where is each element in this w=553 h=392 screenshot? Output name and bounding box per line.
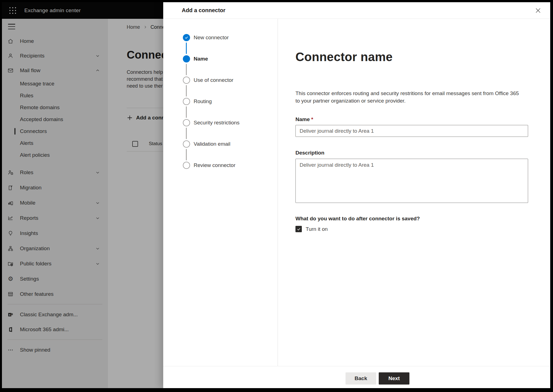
step-current-icon — [183, 55, 190, 62]
step-label: Use of connector — [194, 77, 233, 83]
add-connector-dialog: Add a connector New connector Name — [163, 2, 550, 388]
turn-it-on-label: Turn it on — [306, 226, 328, 232]
step-upcoming-icon — [183, 119, 190, 126]
step-upcoming-icon — [183, 140, 190, 148]
step-connector-line — [186, 149, 187, 160]
checked-checkbox-icon[interactable] — [295, 226, 302, 232]
step-label: Routing — [194, 98, 212, 104]
step-review-connector[interactable]: Review connector — [163, 162, 277, 169]
step-connector-line — [186, 64, 187, 75]
turn-it-on-checkbox-row[interactable]: Turn it on — [295, 226, 528, 232]
screen: Exchange admin center Home — [2, 2, 550, 388]
dialog-footer: Back Next — [163, 366, 550, 388]
name-field-label: Name* — [295, 116, 528, 122]
back-button[interactable]: Back — [346, 372, 376, 385]
step-connector-line — [186, 106, 187, 118]
step-label: Review connector — [194, 162, 235, 168]
step-label: Name — [194, 56, 208, 62]
step-upcoming-icon — [183, 77, 190, 84]
name-label-text: Name — [295, 116, 310, 122]
step-upcoming-icon — [183, 98, 190, 105]
step-label: Security restrictions — [194, 120, 240, 126]
step-routing[interactable]: Routing — [163, 98, 277, 105]
step-connector-line — [186, 128, 187, 139]
name-input[interactable] — [295, 125, 528, 137]
step-label: New connector — [194, 35, 229, 41]
dialog-title: Add a connector — [182, 7, 225, 14]
step-completed-icon — [183, 34, 190, 41]
after-save-question: What do you want to do after connector i… — [295, 216, 528, 222]
connector-description-text: This connector enforces routing and secu… — [295, 90, 528, 104]
wizard-stepper: New connector Name Use of connector Rout… — [163, 19, 278, 366]
next-button[interactable]: Next — [379, 372, 409, 385]
step-security-restrictions[interactable]: Security restrictions — [163, 119, 277, 126]
step-new-connector[interactable]: New connector — [163, 34, 277, 41]
close-icon[interactable] — [533, 6, 543, 15]
description-field-label: Description — [295, 150, 528, 156]
step-validation-email[interactable]: Validation email — [163, 140, 277, 148]
dialog-header: Add a connector — [163, 2, 550, 19]
required-asterisk: * — [311, 116, 313, 122]
description-textarea[interactable]: Deliver journal directly to Area 1 — [295, 159, 528, 203]
step-label: Validation email — [194, 141, 230, 147]
connector-name-heading: Connector name — [295, 50, 528, 64]
step-connector-line — [186, 43, 187, 54]
step-upcoming-icon — [183, 162, 190, 169]
step-connector-line — [186, 85, 187, 96]
step-name[interactable]: Name — [163, 55, 277, 62]
step-use-of-connector[interactable]: Use of connector — [163, 77, 277, 84]
dialog-main-panel: Connector name This connector enforces r… — [278, 19, 550, 366]
